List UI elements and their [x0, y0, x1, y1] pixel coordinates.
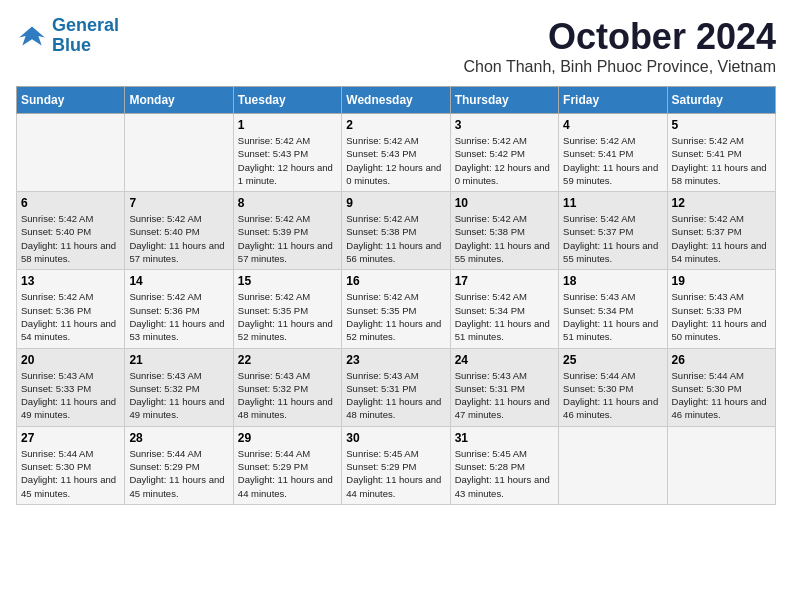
- day-info: Sunrise: 5:42 AMSunset: 5:37 PMDaylight:…: [672, 212, 771, 265]
- page-header: General Blue October 2024 Chon Thanh, Bi…: [16, 16, 776, 76]
- weekday-header-cell: Friday: [559, 87, 667, 114]
- calendar-day-cell: 10Sunrise: 5:42 AMSunset: 5:38 PMDayligh…: [450, 192, 558, 270]
- day-info: Sunrise: 5:42 AMSunset: 5:42 PMDaylight:…: [455, 134, 554, 187]
- calendar-day-cell: 25Sunrise: 5:44 AMSunset: 5:30 PMDayligh…: [559, 348, 667, 426]
- svg-marker-0: [19, 26, 45, 45]
- calendar-day-cell: 17Sunrise: 5:42 AMSunset: 5:34 PMDayligh…: [450, 270, 558, 348]
- day-info: Sunrise: 5:44 AMSunset: 5:30 PMDaylight:…: [672, 369, 771, 422]
- day-number: 29: [238, 431, 337, 445]
- day-number: 24: [455, 353, 554, 367]
- day-info: Sunrise: 5:42 AMSunset: 5:36 PMDaylight:…: [129, 290, 228, 343]
- calendar-day-cell: 8Sunrise: 5:42 AMSunset: 5:39 PMDaylight…: [233, 192, 341, 270]
- calendar-day-cell: 28Sunrise: 5:44 AMSunset: 5:29 PMDayligh…: [125, 426, 233, 504]
- calendar-day-cell: 30Sunrise: 5:45 AMSunset: 5:29 PMDayligh…: [342, 426, 450, 504]
- location-title: Chon Thanh, Binh Phuoc Province, Vietnam: [464, 58, 777, 76]
- calendar-day-cell: 24Sunrise: 5:43 AMSunset: 5:31 PMDayligh…: [450, 348, 558, 426]
- day-number: 31: [455, 431, 554, 445]
- calendar-day-cell: [559, 426, 667, 504]
- weekday-header-cell: Tuesday: [233, 87, 341, 114]
- day-number: 8: [238, 196, 337, 210]
- calendar-day-cell: 5Sunrise: 5:42 AMSunset: 5:41 PMDaylight…: [667, 114, 775, 192]
- day-info: Sunrise: 5:44 AMSunset: 5:30 PMDaylight:…: [21, 447, 120, 500]
- day-number: 10: [455, 196, 554, 210]
- calendar-day-cell: 18Sunrise: 5:43 AMSunset: 5:34 PMDayligh…: [559, 270, 667, 348]
- logo-text-line1: General: [52, 16, 119, 36]
- day-number: 23: [346, 353, 445, 367]
- day-number: 22: [238, 353, 337, 367]
- day-number: 14: [129, 274, 228, 288]
- calendar-day-cell: 14Sunrise: 5:42 AMSunset: 5:36 PMDayligh…: [125, 270, 233, 348]
- calendar-day-cell: 11Sunrise: 5:42 AMSunset: 5:37 PMDayligh…: [559, 192, 667, 270]
- calendar-week-row: 6Sunrise: 5:42 AMSunset: 5:40 PMDaylight…: [17, 192, 776, 270]
- day-number: 13: [21, 274, 120, 288]
- weekday-header-cell: Sunday: [17, 87, 125, 114]
- weekday-header-cell: Wednesday: [342, 87, 450, 114]
- day-info: Sunrise: 5:44 AMSunset: 5:29 PMDaylight:…: [238, 447, 337, 500]
- month-title: October 2024: [464, 16, 777, 58]
- day-info: Sunrise: 5:42 AMSunset: 5:38 PMDaylight:…: [455, 212, 554, 265]
- day-number: 1: [238, 118, 337, 132]
- day-info: Sunrise: 5:42 AMSunset: 5:39 PMDaylight:…: [238, 212, 337, 265]
- day-info: Sunrise: 5:44 AMSunset: 5:30 PMDaylight:…: [563, 369, 662, 422]
- calendar-day-cell: 29Sunrise: 5:44 AMSunset: 5:29 PMDayligh…: [233, 426, 341, 504]
- day-info: Sunrise: 5:45 AMSunset: 5:29 PMDaylight:…: [346, 447, 445, 500]
- calendar-body: 1Sunrise: 5:42 AMSunset: 5:43 PMDaylight…: [17, 114, 776, 505]
- day-number: 12: [672, 196, 771, 210]
- calendar-week-row: 20Sunrise: 5:43 AMSunset: 5:33 PMDayligh…: [17, 348, 776, 426]
- logo-text-line2: Blue: [52, 36, 119, 56]
- day-info: Sunrise: 5:43 AMSunset: 5:32 PMDaylight:…: [129, 369, 228, 422]
- day-info: Sunrise: 5:45 AMSunset: 5:28 PMDaylight:…: [455, 447, 554, 500]
- calendar-day-cell: 26Sunrise: 5:44 AMSunset: 5:30 PMDayligh…: [667, 348, 775, 426]
- day-info: Sunrise: 5:42 AMSunset: 5:36 PMDaylight:…: [21, 290, 120, 343]
- calendar-week-row: 27Sunrise: 5:44 AMSunset: 5:30 PMDayligh…: [17, 426, 776, 504]
- calendar-day-cell: 20Sunrise: 5:43 AMSunset: 5:33 PMDayligh…: [17, 348, 125, 426]
- day-number: 5: [672, 118, 771, 132]
- weekday-header-cell: Thursday: [450, 87, 558, 114]
- calendar-day-cell: [667, 426, 775, 504]
- day-info: Sunrise: 5:42 AMSunset: 5:37 PMDaylight:…: [563, 212, 662, 265]
- day-info: Sunrise: 5:42 AMSunset: 5:34 PMDaylight:…: [455, 290, 554, 343]
- day-info: Sunrise: 5:43 AMSunset: 5:32 PMDaylight:…: [238, 369, 337, 422]
- calendar-day-cell: 15Sunrise: 5:42 AMSunset: 5:35 PMDayligh…: [233, 270, 341, 348]
- day-number: 3: [455, 118, 554, 132]
- weekday-header-row: SundayMondayTuesdayWednesdayThursdayFrid…: [17, 87, 776, 114]
- day-number: 2: [346, 118, 445, 132]
- weekday-header-cell: Monday: [125, 87, 233, 114]
- calendar-day-cell: 23Sunrise: 5:43 AMSunset: 5:31 PMDayligh…: [342, 348, 450, 426]
- logo: General Blue: [16, 16, 119, 56]
- day-number: 18: [563, 274, 662, 288]
- title-section: October 2024 Chon Thanh, Binh Phuoc Prov…: [464, 16, 777, 76]
- day-info: Sunrise: 5:42 AMSunset: 5:43 PMDaylight:…: [238, 134, 337, 187]
- day-info: Sunrise: 5:43 AMSunset: 5:33 PMDaylight:…: [672, 290, 771, 343]
- day-info: Sunrise: 5:42 AMSunset: 5:43 PMDaylight:…: [346, 134, 445, 187]
- calendar-table: SundayMondayTuesdayWednesdayThursdayFrid…: [16, 86, 776, 505]
- day-number: 20: [21, 353, 120, 367]
- day-info: Sunrise: 5:42 AMSunset: 5:38 PMDaylight:…: [346, 212, 445, 265]
- day-number: 28: [129, 431, 228, 445]
- day-info: Sunrise: 5:42 AMSunset: 5:41 PMDaylight:…: [672, 134, 771, 187]
- day-info: Sunrise: 5:42 AMSunset: 5:40 PMDaylight:…: [21, 212, 120, 265]
- day-number: 7: [129, 196, 228, 210]
- weekday-header-cell: Saturday: [667, 87, 775, 114]
- calendar-day-cell: 19Sunrise: 5:43 AMSunset: 5:33 PMDayligh…: [667, 270, 775, 348]
- calendar-day-cell: 1Sunrise: 5:42 AMSunset: 5:43 PMDaylight…: [233, 114, 341, 192]
- day-number: 4: [563, 118, 662, 132]
- day-info: Sunrise: 5:43 AMSunset: 5:33 PMDaylight:…: [21, 369, 120, 422]
- calendar-day-cell: 31Sunrise: 5:45 AMSunset: 5:28 PMDayligh…: [450, 426, 558, 504]
- day-info: Sunrise: 5:43 AMSunset: 5:34 PMDaylight:…: [563, 290, 662, 343]
- calendar-day-cell: 7Sunrise: 5:42 AMSunset: 5:40 PMDaylight…: [125, 192, 233, 270]
- calendar-day-cell: 2Sunrise: 5:42 AMSunset: 5:43 PMDaylight…: [342, 114, 450, 192]
- calendar-day-cell: [17, 114, 125, 192]
- day-info: Sunrise: 5:43 AMSunset: 5:31 PMDaylight:…: [455, 369, 554, 422]
- day-number: 16: [346, 274, 445, 288]
- calendar-day-cell: 16Sunrise: 5:42 AMSunset: 5:35 PMDayligh…: [342, 270, 450, 348]
- calendar-day-cell: 27Sunrise: 5:44 AMSunset: 5:30 PMDayligh…: [17, 426, 125, 504]
- day-number: 6: [21, 196, 120, 210]
- day-info: Sunrise: 5:44 AMSunset: 5:29 PMDaylight:…: [129, 447, 228, 500]
- calendar-day-cell: 22Sunrise: 5:43 AMSunset: 5:32 PMDayligh…: [233, 348, 341, 426]
- day-number: 21: [129, 353, 228, 367]
- day-number: 15: [238, 274, 337, 288]
- calendar-day-cell: [125, 114, 233, 192]
- logo-icon: [16, 20, 48, 52]
- calendar-day-cell: 21Sunrise: 5:43 AMSunset: 5:32 PMDayligh…: [125, 348, 233, 426]
